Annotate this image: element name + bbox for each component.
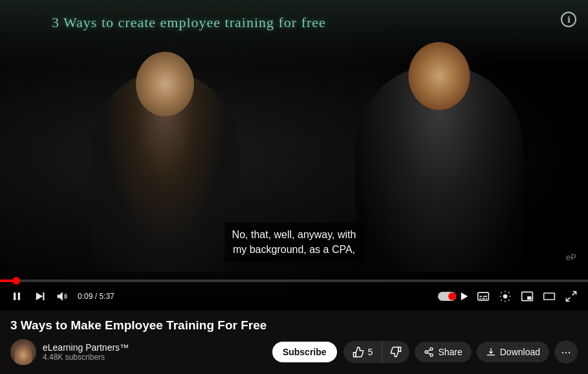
svg-marker-4 — [58, 292, 63, 300]
next-button[interactable] — [31, 288, 48, 305]
like-dislike-group: 5 — [343, 341, 410, 363]
svg-line-20 — [428, 353, 431, 355]
video-info: 3 Ways to Make Employee Training For Fre… — [0, 311, 588, 370]
volume-button[interactable] — [53, 287, 71, 305]
action-buttons: 5 Share — [343, 340, 578, 364]
svg-marker-5 — [461, 292, 468, 300]
subscribe-button[interactable]: Subscribe — [272, 342, 337, 362]
svg-rect-13 — [527, 296, 532, 300]
video-player[interactable]: 3 Ways to create employee training for f… — [0, 0, 588, 311]
channel-info: eLearning Partners™ 4.48K subscribers — [43, 342, 266, 362]
svg-line-21 — [428, 349, 431, 351]
share-button[interactable]: Share — [415, 342, 471, 362]
miniplayer-button[interactable] — [518, 287, 536, 305]
svg-rect-1 — [18, 292, 20, 300]
svg-marker-2 — [36, 292, 43, 300]
time-display: 0:09 / 5:37 — [78, 292, 114, 301]
svg-point-18 — [425, 351, 428, 353]
download-label: Download — [500, 347, 540, 357]
toggle-thumb — [448, 292, 456, 300]
more-dots-icon: ··· — [561, 346, 571, 359]
subscriber-count: 4.48K subscribers — [43, 353, 266, 362]
theater-button[interactable] — [540, 287, 558, 305]
watermark: eP — [566, 252, 576, 262]
svg-rect-3 — [43, 292, 44, 300]
subtitles-button[interactable] — [474, 287, 492, 305]
autoplay-toggle[interactable] — [438, 291, 470, 302]
person-right — [355, 65, 523, 272]
settings-button[interactable] — [496, 287, 514, 305]
play-pause-button[interactable] — [8, 287, 26, 305]
person-left — [91, 71, 239, 272]
controls-bar: 0:09 / 5:37 — [0, 282, 588, 311]
video-title: 3 Ways to Make Employee Training For Fre… — [10, 318, 578, 333]
svg-line-16 — [567, 298, 571, 302]
right-controls — [438, 287, 580, 305]
toggle-track — [438, 292, 456, 301]
fullscreen-button[interactable] — [562, 287, 580, 305]
channel-row: eLearning Partners™ 4.48K subscribers Su… — [10, 339, 578, 365]
like-button[interactable]: 5 — [343, 341, 383, 363]
svg-point-19 — [430, 354, 433, 357]
like-count: 5 — [368, 347, 373, 357]
channel-avatar[interactable] — [10, 339, 36, 365]
svg-point-17 — [430, 347, 433, 350]
dislike-button[interactable] — [382, 341, 409, 363]
channel-name: eLearning Partners™ — [43, 342, 266, 353]
share-label: Share — [438, 347, 462, 357]
svg-rect-14 — [544, 293, 555, 300]
svg-rect-0 — [14, 292, 16, 300]
info-icon[interactable]: ℹ — [561, 12, 576, 27]
svg-line-15 — [572, 292, 576, 296]
subtitle-box: No, that, well, anyway, with my backgrou… — [224, 223, 364, 262]
download-button[interactable]: Download — [477, 342, 549, 362]
more-actions-button[interactable]: ··· — [554, 340, 578, 364]
